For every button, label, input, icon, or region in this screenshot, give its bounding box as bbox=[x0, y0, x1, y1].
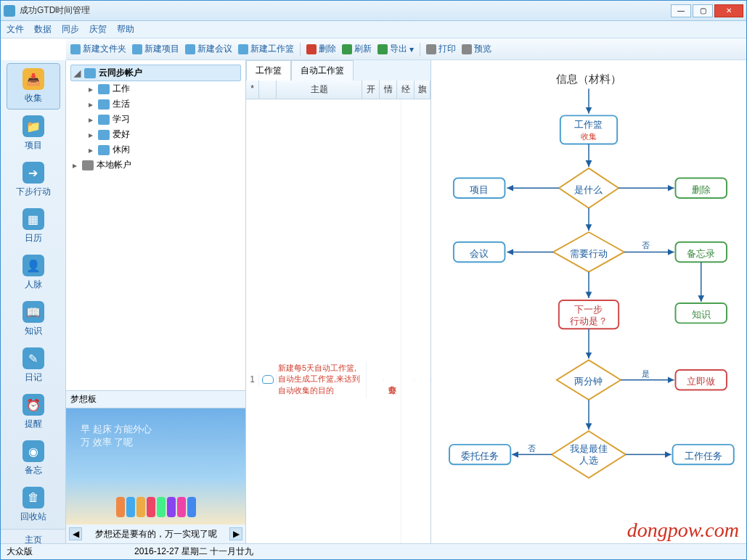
new-project-button[interactable]: 新建项目 bbox=[132, 43, 179, 55]
col-context[interactable]: 情 bbox=[380, 81, 397, 99]
svg-text:两分钟: 两分钟 bbox=[575, 376, 603, 387]
delete-button[interactable]: 删除 bbox=[306, 43, 336, 55]
tree-node[interactable]: ▸爱好 bbox=[86, 127, 241, 142]
sidebar-icon: ◉ bbox=[23, 440, 44, 462]
sidebar-item-8[interactable]: ◉备忘 bbox=[7, 436, 60, 481]
minimize-button[interactable]: — bbox=[671, 4, 691, 17]
sidebar-icon: ⏰ bbox=[23, 394, 44, 416]
tree-node[interactable]: ▸生活 bbox=[86, 96, 241, 112]
basket-icon bbox=[238, 44, 248, 54]
sidebar-icon: ▦ bbox=[23, 208, 44, 230]
sidebar-item-6[interactable]: ✎日记 bbox=[7, 343, 60, 388]
svg-text:信息（材料）: 信息（材料） bbox=[556, 73, 621, 85]
svg-text:否: 否 bbox=[642, 241, 650, 250]
local-icon bbox=[82, 160, 94, 170]
tab-basket[interactable]: 工作篮 bbox=[246, 60, 291, 81]
tab-auto-basket[interactable]: 自动工作篮 bbox=[291, 60, 354, 81]
menu-data[interactable]: 数据 bbox=[34, 23, 52, 36]
sidebar-home[interactable]: 主页 bbox=[1, 529, 65, 543]
close-button[interactable]: ✕ bbox=[714, 4, 743, 17]
col-star[interactable]: * bbox=[246, 81, 259, 99]
print-icon bbox=[426, 44, 436, 54]
menu-help[interactable]: 帮助 bbox=[117, 23, 134, 36]
sidebar-item-9[interactable]: 🗑回收站 bbox=[7, 482, 60, 527]
refresh-icon bbox=[342, 44, 352, 54]
dream-title: 梦想板 bbox=[66, 391, 245, 408]
window-title: 成功GTD时间管理 bbox=[20, 4, 671, 17]
sidebar-item-2[interactable]: ➔下步行动 bbox=[7, 157, 60, 202]
print-button[interactable]: 打印 bbox=[426, 43, 456, 55]
project-icon bbox=[132, 44, 142, 54]
folder-icon bbox=[98, 115, 110, 125]
sidebar-item-7[interactable]: ⏰提醒 bbox=[7, 390, 60, 435]
edition-label: 大众版 bbox=[7, 545, 33, 558]
titlebar: 成功GTD时间管理 — ▢ ✕ bbox=[1, 1, 746, 21]
export-icon bbox=[377, 44, 388, 54]
refresh-button[interactable]: 刷新 bbox=[342, 43, 372, 55]
sidebar: 📥收集📁项目➔下步行动▦日历👤人脉📖知识✎日记⏰提醒◉备忘🗑回收站 主页 bbox=[1, 60, 66, 543]
export-button[interactable]: 导出 ▾ bbox=[377, 43, 414, 55]
svg-text:下一步: 下一步 bbox=[575, 304, 603, 315]
sidebar-item-1[interactable]: 📁项目 bbox=[7, 111, 60, 156]
cloud-icon bbox=[262, 375, 274, 384]
svg-text:工作篮: 工作篮 bbox=[575, 119, 603, 130]
svg-text:我是最佳: 我是最佳 bbox=[570, 443, 608, 454]
tree-root-local[interactable]: ▸本地帐户 bbox=[70, 157, 241, 173]
sidebar-icon: 📥 bbox=[23, 68, 44, 90]
task-row[interactable]: 1新建每5天自动工作篮,自动生成工作篮,来达到自动收集的目的办公室 bbox=[246, 99, 430, 543]
dream-prev-button[interactable]: ◀ bbox=[69, 527, 82, 540]
tree-node[interactable]: ▸休闲 bbox=[86, 142, 241, 157]
svg-text:删除: 删除 bbox=[692, 184, 711, 195]
sidebar-icon: 📖 bbox=[23, 301, 44, 323]
dream-image: 早 起床 方能外心万 效率 了呢 bbox=[66, 408, 245, 524]
menu-celebrate[interactable]: 庆贺 bbox=[89, 23, 107, 36]
menu-sync[interactable]: 同步 bbox=[62, 23, 79, 36]
sidebar-item-0[interactable]: 📥收集 bbox=[7, 63, 60, 110]
svg-text:是: 是 bbox=[642, 369, 650, 378]
delete-icon bbox=[306, 44, 317, 54]
gtd-flowchart: 信息（材料） 工作篮 收集 是什么 项目 删除 需要行动 会议 否 备忘录 bbox=[431, 60, 746, 543]
sidebar-item-4[interactable]: 👤人脉 bbox=[7, 250, 60, 295]
task-table: * 主题 开 情 经 旗 1新建每5天自动工作篮,自动生成工作篮,来达到自动收集… bbox=[246, 81, 430, 543]
svg-text:需要行动: 需要行动 bbox=[570, 248, 608, 259]
toolbar: 新建文件夹 新建项目 新建会议 新建工作篮 删除 刷新 导出 ▾ 打印 预览 bbox=[66, 38, 746, 60]
statusbar: 大众版 2016-12-27 星期二 十一月廿九 bbox=[1, 543, 746, 559]
tree-node[interactable]: ▸工作 bbox=[86, 81, 241, 96]
preview-button[interactable]: 预览 bbox=[462, 43, 491, 55]
dream-caption: 梦想还是要有的，万一实现了呢 bbox=[85, 528, 226, 540]
svg-text:知识: 知识 bbox=[692, 309, 711, 320]
svg-text:是什么: 是什么 bbox=[575, 184, 603, 195]
tree-root-cloud[interactable]: ◢云同步帐户 bbox=[70, 65, 241, 81]
col-subject[interactable]: 主题 bbox=[277, 81, 362, 99]
menubar: 文件 数据 同步 庆贺 帮助 bbox=[1, 21, 746, 38]
sidebar-item-3[interactable]: ▦日历 bbox=[7, 204, 60, 249]
svg-text:立即做: 立即做 bbox=[687, 376, 715, 387]
new-basket-button[interactable]: 新建工作篮 bbox=[238, 43, 294, 55]
new-folder-button[interactable]: 新建文件夹 bbox=[70, 43, 126, 55]
maximize-button[interactable]: ▢ bbox=[693, 4, 713, 17]
account-tree: ◢云同步帐户 ▸工作▸生活▸学习▸爱好▸休闲 ▸本地帐户 bbox=[66, 60, 245, 390]
sidebar-icon: ✎ bbox=[23, 347, 44, 369]
dream-next-button[interactable]: ▶ bbox=[229, 527, 242, 540]
sidebar-icon: ➔ bbox=[23, 162, 44, 184]
tree-node[interactable]: ▸学习 bbox=[86, 112, 241, 127]
col-priority[interactable]: 经 bbox=[397, 81, 415, 99]
folder-icon bbox=[98, 130, 110, 140]
folder-icon bbox=[98, 145, 110, 155]
col-start[interactable]: 开 bbox=[362, 81, 380, 99]
svg-text:会议: 会议 bbox=[470, 248, 489, 259]
svg-text:人选: 人选 bbox=[579, 455, 598, 466]
preview-icon bbox=[462, 44, 472, 54]
svg-text:否: 否 bbox=[528, 444, 536, 453]
svg-text:收集: 收集 bbox=[581, 132, 597, 141]
meeting-icon bbox=[185, 44, 195, 54]
svg-text:工作任务: 工作任务 bbox=[685, 450, 722, 461]
folder-icon bbox=[98, 99, 110, 110]
sidebar-item-5[interactable]: 📖知识 bbox=[7, 297, 60, 342]
app-icon bbox=[4, 5, 15, 17]
menu-file[interactable]: 文件 bbox=[7, 23, 24, 36]
col-flag[interactable]: 旗 bbox=[415, 81, 430, 99]
sidebar-icon: 📁 bbox=[23, 115, 44, 137]
new-meeting-button[interactable]: 新建会议 bbox=[185, 43, 232, 55]
svg-text:项目: 项目 bbox=[470, 184, 489, 195]
